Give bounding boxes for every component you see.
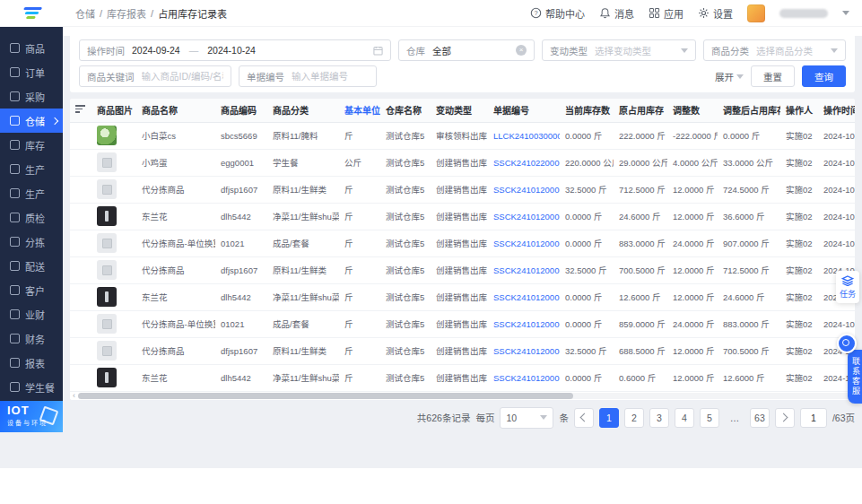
- breadcrumb-item[interactable]: 仓储: [75, 6, 95, 21]
- user-avatar[interactable]: [747, 4, 765, 22]
- page-button-3[interactable]: 3: [649, 408, 669, 428]
- per-page-select[interactable]: 10: [500, 407, 553, 429]
- settings-button[interactable]: 设置: [698, 6, 733, 21]
- column-header-商品名称[interactable]: 商品名称: [136, 99, 215, 122]
- scroll-left-icon[interactable]: ‹: [73, 392, 75, 400]
- row-select-cell[interactable]: [70, 256, 91, 283]
- sidebar-item-生产[interactable]: 生产: [0, 181, 63, 205]
- headset-icon[interactable]: [837, 334, 857, 353]
- category-select[interactable]: 商品分类 选择商品分类: [703, 39, 846, 61]
- column-header-商品分类[interactable]: 商品分类: [267, 99, 339, 122]
- document-number-input[interactable]: [292, 71, 369, 82]
- row-select-cell[interactable]: [70, 176, 91, 203]
- customer-service-float-button[interactable]: 联系客服: [848, 350, 862, 404]
- cell-unit: 公斤: [339, 149, 380, 176]
- row-select-cell[interactable]: [70, 122, 91, 149]
- help-center-button[interactable]: ? 帮助中心: [530, 6, 585, 21]
- document-number-link[interactable]: SSCK24101200003: [493, 212, 560, 222]
- warehouse-select[interactable]: 仓库 全部 ×: [398, 39, 535, 61]
- column-header-调整数[interactable]: 调整数: [667, 99, 718, 122]
- sidebar-item-配送[interactable]: 配送: [0, 254, 63, 278]
- sidebar-item-质检[interactable]: 质检: [0, 205, 63, 230]
- sidebar-item-报表[interactable]: 报表: [0, 351, 63, 375]
- breadcrumb-item[interactable]: 库存报表: [107, 6, 146, 21]
- row-select-cell[interactable]: [70, 283, 91, 310]
- document-number-link[interactable]: SSCK24101200002: [493, 346, 560, 356]
- column-header-商品编码[interactable]: 商品编码: [215, 99, 267, 122]
- sidebar-item-订单[interactable]: 订单: [0, 60, 63, 84]
- expand-filters-link[interactable]: 展开: [715, 70, 744, 83]
- column-header-操作人[interactable]: 操作人: [780, 99, 818, 122]
- sidebar-item-学生餐[interactable]: 学生餐: [0, 375, 63, 399]
- row-select-cell[interactable]: [70, 310, 91, 337]
- cell-unit: 斤: [339, 310, 380, 337]
- column-header-操作时间[interactable]: 操作时间: [818, 99, 855, 122]
- cell-doc_no: SSCK24101200003: [488, 203, 560, 230]
- breadcrumb-current: 占用库存记录表: [158, 6, 227, 21]
- document-number-link[interactable]: LLCK24100300001: [493, 131, 560, 141]
- column-header-原占用库存[interactable]: 原占用库存: [614, 99, 667, 122]
- page-button-4[interactable]: 4: [675, 408, 694, 428]
- column-header-商品图片[interactable]: 商品图片: [91, 99, 136, 122]
- sidebar-item-库存[interactable]: 库存: [0, 133, 63, 157]
- product-image: [97, 287, 117, 307]
- document-number-link[interactable]: SSCK24101200002: [493, 319, 560, 329]
- clear-selection-icon[interactable]: ×: [516, 45, 527, 56]
- column-header-当前库存数[interactable]: 当前库存数: [560, 99, 614, 122]
- cell-name: 东兰花: [136, 203, 215, 230]
- row-select-cell[interactable]: [70, 149, 91, 176]
- row-select-cell[interactable]: [70, 203, 91, 230]
- document-number-link[interactable]: SSCK24101200003: [493, 239, 560, 248]
- scrollbar-thumb[interactable]: [78, 393, 573, 399]
- column-header-变动类型[interactable]: 变动类型: [431, 99, 488, 122]
- page-jump-input[interactable]: [800, 408, 827, 428]
- reset-button[interactable]: 重置: [751, 65, 795, 87]
- row-select-cell[interactable]: [70, 230, 91, 256]
- next-page-button[interactable]: [775, 408, 795, 428]
- keyword-field[interactable]: 商品关键词: [79, 65, 231, 87]
- column-header-仓库名称[interactable]: 仓库名称: [380, 99, 431, 122]
- user-menu-chevron-down-icon[interactable]: [842, 11, 849, 15]
- sidebar-item-生产[interactable]: 生产: [0, 157, 63, 181]
- sidebar-item-财务[interactable]: 财务: [0, 326, 63, 351]
- sidebar-item-采购[interactable]: 采购: [0, 84, 63, 109]
- date-range-picker[interactable]: 操作时间 2024-09-24 — 2024-10-24: [79, 39, 391, 61]
- apps-button[interactable]: 应用: [649, 6, 684, 21]
- svg-text:?: ?: [534, 9, 537, 17]
- column-header-调整后占用库存[interactable]: 调整后占用库存: [718, 99, 780, 122]
- tasks-float-button[interactable]: 任务: [836, 271, 859, 303]
- page-button-5[interactable]: 5: [700, 408, 719, 428]
- row-select-cell[interactable]: [70, 364, 91, 391]
- column-settings-header[interactable]: [70, 99, 91, 122]
- document-number-link[interactable]: SSCK24102200001: [493, 158, 560, 168]
- sidebar-item-客户[interactable]: 客户: [0, 278, 63, 302]
- row-select-cell[interactable]: [70, 337, 91, 364]
- document-number-link[interactable]: SSCK24101200004: [493, 185, 560, 195]
- sidebar-item-商品[interactable]: 商品: [0, 36, 63, 60]
- document-number-link[interactable]: SSCK24101200001: [493, 373, 560, 383]
- document-number-field[interactable]: 单据编号: [239, 65, 377, 87]
- sidebar-item-分拣[interactable]: 分拣: [0, 230, 63, 254]
- date-start-value[interactable]: 2024-09-24: [132, 45, 180, 56]
- scrollbar-track[interactable]: [78, 393, 852, 399]
- business-finance-icon: [10, 309, 20, 319]
- document-number-link[interactable]: SSCK24101200003: [493, 265, 560, 275]
- page-button-63[interactable]: 63: [750, 408, 770, 428]
- search-button[interactable]: 查询: [802, 65, 846, 87]
- app-logo[interactable]: [0, 7, 63, 19]
- date-end-value[interactable]: 2024-10-24: [207, 45, 256, 56]
- page-button-2[interactable]: 2: [624, 408, 644, 428]
- cell-warehouse: 测试仓库5: [380, 203, 431, 230]
- keyword-input[interactable]: [142, 71, 224, 82]
- horizontal-scrollbar[interactable]: ‹: [70, 392, 855, 400]
- prev-page-button[interactable]: [574, 408, 594, 428]
- iot-logo[interactable]: IOT 设备与环境: [0, 401, 63, 432]
- page-button-1[interactable]: 1: [599, 408, 619, 428]
- sidebar-item-仓储[interactable]: 仓储: [0, 109, 63, 133]
- change-type-select[interactable]: 变动类型 选择变动类型: [542, 39, 696, 61]
- messages-button[interactable]: 消息: [599, 6, 634, 21]
- document-number-link[interactable]: SSCK24101200002: [493, 292, 560, 302]
- sidebar-item-业财[interactable]: 业财: [0, 302, 63, 326]
- column-header-基本单位[interactable]: 基本单位: [339, 99, 380, 122]
- column-header-单据编号[interactable]: 单据编号: [488, 99, 560, 122]
